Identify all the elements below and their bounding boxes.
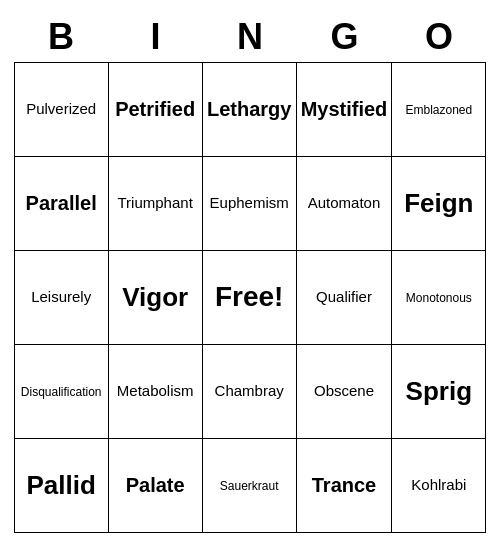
- grid-cell: Trance: [296, 438, 392, 532]
- cell-text: Parallel: [26, 192, 97, 214]
- grid-row: PallidPalateSauerkrautTranceKohlrabi: [14, 438, 486, 532]
- grid-cell: Sauerkraut: [202, 438, 296, 532]
- grid-cell: Parallel: [14, 156, 108, 250]
- grid-cell: Petrified: [108, 62, 202, 156]
- cell-text: Pallid: [26, 470, 95, 500]
- grid-cell: Chambray: [202, 344, 296, 438]
- cell-text: Euphemism: [210, 194, 289, 211]
- cell-text: Free!: [215, 281, 283, 312]
- cell-text: Obscene: [314, 382, 374, 399]
- header-letter: G: [297, 12, 392, 62]
- cell-text: Lethargy: [207, 98, 291, 120]
- grid-cell: Obscene: [296, 344, 392, 438]
- cell-text: Petrified: [115, 98, 195, 120]
- grid-cell: Free!: [202, 250, 296, 344]
- cell-text: Vigor: [122, 282, 188, 312]
- grid-cell: Mystified: [296, 62, 392, 156]
- cell-text: Feign: [404, 188, 473, 218]
- cell-text: Triumphant: [118, 194, 193, 211]
- cell-text: Pulverized: [26, 100, 96, 117]
- bingo-header: BINGO: [14, 12, 487, 62]
- grid-cell: Lethargy: [202, 62, 296, 156]
- grid-cell: Euphemism: [202, 156, 296, 250]
- cell-text: Sprig: [406, 376, 472, 406]
- header-letter: O: [392, 12, 487, 62]
- grid-cell: Metabolism: [108, 344, 202, 438]
- cell-text: Sauerkraut: [220, 479, 279, 493]
- grid-cell: Disqualification: [14, 344, 108, 438]
- bingo-card: BINGO PulverizedPetrifiedLethargyMystifi…: [14, 12, 487, 533]
- grid-cell: Pallid: [14, 438, 108, 532]
- grid-cell: Pulverized: [14, 62, 108, 156]
- cell-text: Chambray: [215, 382, 284, 399]
- grid-cell: Triumphant: [108, 156, 202, 250]
- grid-cell: Palate: [108, 438, 202, 532]
- cell-text: Qualifier: [316, 288, 372, 305]
- cell-text: Emblazoned: [405, 103, 472, 117]
- header-letter: I: [108, 12, 203, 62]
- grid-cell: Leisurely: [14, 250, 108, 344]
- grid-cell: Qualifier: [296, 250, 392, 344]
- header-letter: N: [203, 12, 298, 62]
- grid-row: ParallelTriumphantEuphemismAutomatonFeig…: [14, 156, 486, 250]
- grid-cell: Automaton: [296, 156, 392, 250]
- grid-cell: Feign: [392, 156, 486, 250]
- cell-text: Leisurely: [31, 288, 91, 305]
- grid-cell: Monotonous: [392, 250, 486, 344]
- grid-cell: Vigor: [108, 250, 202, 344]
- cell-text: Disqualification: [21, 385, 102, 399]
- cell-text: Trance: [312, 474, 376, 496]
- grid-row: PulverizedPetrifiedLethargyMystifiedEmbl…: [14, 62, 486, 156]
- grid-row: LeisurelyVigorFree!QualifierMonotonous: [14, 250, 486, 344]
- cell-text: Kohlrabi: [411, 476, 466, 493]
- cell-text: Mystified: [301, 98, 388, 120]
- grid-cell: Kohlrabi: [392, 438, 486, 532]
- header-letter: B: [14, 12, 109, 62]
- grid-cell: Emblazoned: [392, 62, 486, 156]
- cell-text: Metabolism: [117, 382, 194, 399]
- cell-text: Palate: [126, 474, 185, 496]
- cell-text: Automaton: [308, 194, 381, 211]
- grid-row: DisqualificationMetabolismChambrayObscen…: [14, 344, 486, 438]
- cell-text: Monotonous: [406, 291, 472, 305]
- grid-cell: Sprig: [392, 344, 486, 438]
- bingo-grid: PulverizedPetrifiedLethargyMystifiedEmbl…: [14, 62, 487, 533]
